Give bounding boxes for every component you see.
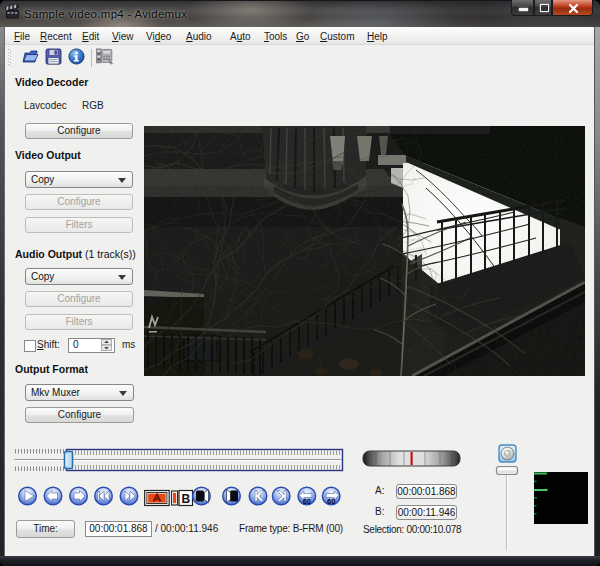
svg-text:60: 60 (327, 497, 335, 506)
svg-text:B: B (181, 492, 190, 506)
svg-text:60: 60 (303, 497, 311, 506)
